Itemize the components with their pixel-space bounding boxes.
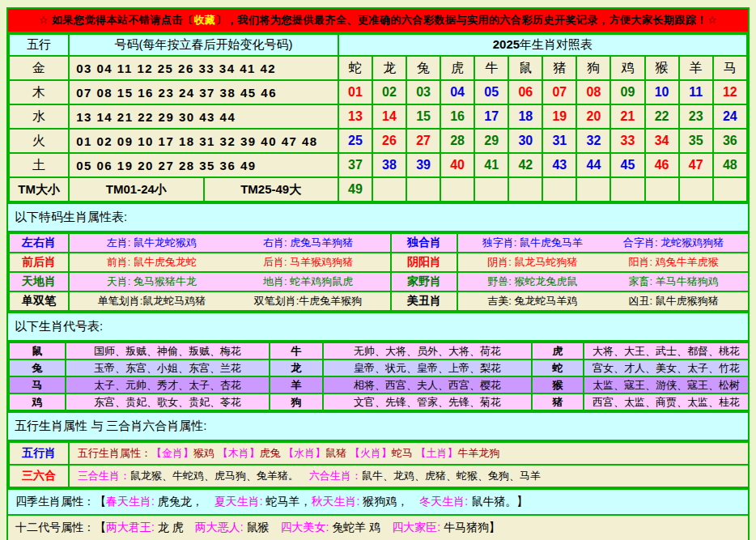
element-label: 火: [9, 129, 69, 153]
attr-part: 野兽: 猴蛇龙兔虎鼠: [462, 274, 603, 289]
attr-row-label: 天地肖: [9, 272, 69, 291]
text-segment: 四大美女:: [280, 521, 332, 534]
attr-part: 后肖: 马羊猴鸡狗猪: [230, 255, 386, 270]
zodiac-number-cell: 34: [645, 129, 679, 153]
zodiac-name-cell: 鸡: [610, 56, 644, 80]
text-segment: 【水肖】: [283, 447, 325, 459]
zodiac-number-cell: 47: [679, 153, 713, 177]
zodiac-number-cell: 29: [474, 129, 508, 153]
text-segment: 三合生肖：: [78, 470, 130, 482]
element-label: 金: [9, 56, 69, 80]
wuxing-row-content: 五行生肖属性：【金肖】猴鸡 【木肖】虎兔 【水肖】鼠猪 【火肖】蛇马 【土肖】牛…: [69, 442, 749, 465]
codes-aliases: 国师、叛贼、神偷、叛贼、梅花: [66, 342, 270, 359]
tm-small-range: TM01-24小: [69, 177, 203, 202]
zodiac-number-cell: 31: [542, 129, 576, 153]
attr-part: 凶丑: 鼠牛虎猴狗猪: [603, 294, 744, 308]
zodiac-number-cell: 45: [610, 153, 644, 177]
text-segment: 牛羊龙狗: [458, 447, 500, 459]
zodiac-main-table: 五行号码(每年按立春后开始变化号码)2025年生肖对照表金03 04 11 12…: [8, 33, 748, 202]
attr-row: 左右肖左肖: 鼠牛龙蛇猴鸡右肖: 虎兔马羊狗猪独合肖独字肖: 鼠牛虎兔马羊合字肖…: [9, 233, 749, 253]
wuxing-sanhe-table: 五行肖五行生肖属性：【金肖】猴鸡 【木肖】虎兔 【水肖】鼠猪 【火肖】蛇马 【土…: [8, 441, 750, 488]
codes-aliases: 皇帝、状元、皇帝、上帝、梨花: [323, 359, 532, 376]
zodiac-name-cell: 狗: [576, 56, 610, 80]
zodiac-name-cell: 牛: [474, 56, 508, 80]
codes-animal-label: 牛: [270, 342, 323, 359]
attr-row: 单双笔单笔划肖:鼠龙蛇马鸡猪双笔划肖:牛虎兔羊猴狗美丑肖吉美: 兔龙蛇马羊鸡凶丑…: [9, 291, 749, 311]
attr-row-label: 左右肖: [9, 233, 69, 253]
wuxing-row-label: 三六合: [9, 465, 69, 487]
season-attributes-row: 四季生肖属性：【春天生肖: 虎兔龙， 夏天生肖: 蛇马羊，秋天生肖: 猴狗鸡， …: [8, 488, 748, 514]
codes-animal-label: 兔: [9, 359, 66, 376]
attr-row-content-left: 天肖: 兔马猴猪牛龙地肖: 蛇羊鸡狗鼠虎: [69, 272, 391, 291]
text-segment: 【土肖】: [416, 447, 458, 459]
zodiac-number-cell: 14: [372, 104, 406, 129]
attr-table-body: 左右肖左肖: 鼠牛龙蛇猴鸡右肖: 虎兔马羊狗猪独合肖独字肖: 鼠牛虎兔马羊合字肖…: [9, 233, 749, 311]
text-segment: 鼠龙猴、牛蛇鸡、虎马狗、兔羊猪。: [130, 470, 309, 482]
zodiac-number-cell: 36: [713, 129, 747, 153]
attr-row: 前后肖前肖: 鼠牛虎兔龙蛇后肖: 马羊猴鸡狗猪阴阳肖阴肖: 鼠龙马蛇狗猪阳肖: …: [9, 253, 749, 272]
text-segment: 兔蛇羊 鸡: [332, 521, 392, 534]
codes-animal-label: 羊: [270, 376, 323, 393]
attr-row: 天地肖天肖: 兔马猴猪牛龙地肖: 蛇羊鸡狗鼠虎家野肖野兽: 猴蛇龙兔虎鼠家畜: …: [9, 272, 749, 291]
codes-aliases: 太子、元帅、秀才、太子、杏花: [66, 376, 270, 393]
empty-cell: [372, 177, 406, 202]
content-frame: ☆ 如果您觉得本站不错请点击〔收藏〕，我们将为您提供最齐全、更准确的六合彩数据与…: [6, 7, 750, 540]
section-title-codes: 以下生肖代号表:: [8, 312, 748, 342]
element-numbers: 03 04 11 12 25 26 33 34 41 42: [69, 56, 338, 80]
codes-animal-label: 虎: [532, 342, 584, 359]
codes-row: 马太子、元帅、秀才、太子、杏花羊相将、西宫、夫人、西宫、樱花猴太监、寇王、游侠、…: [9, 376, 749, 393]
zodiac-number-cell: 03: [406, 80, 440, 104]
zodiac-number-cell: 18: [508, 104, 542, 129]
element-numbers: 13 14 21 22 29 30 43 44: [69, 104, 338, 129]
text-segment: 十二代号属性：【: [15, 521, 106, 534]
zodiac-codes-table: 鼠国师、叛贼、神偷、叛贼、梅花牛无帅、大将、员外、大将、荷花虎大将、大王、武士、…: [8, 342, 750, 411]
element-numbers: 05 06 19 20 27 28 35 36 49: [69, 153, 338, 177]
empty-cell: [645, 177, 679, 202]
bookmark-link[interactable]: 收藏: [194, 14, 216, 26]
text-segment: 秋天生肖:: [312, 495, 363, 508]
daihao-attributes-row: 十二代号属性：【两大君王: 龙 虎 两大恶人: 鼠猴 四大美女: 兔蛇羊 鸡 四…: [8, 514, 748, 540]
attr-part: 左肖: 鼠牛龙蛇猴鸡: [74, 236, 230, 250]
zodiac-name-cell: 马: [713, 56, 747, 80]
attr-row-label2: 阴阳肖: [391, 253, 457, 272]
zodiac-number-cell: 21: [610, 104, 644, 129]
codes-aliases: 相将、西宫、夫人、西宫、樱花: [323, 376, 532, 393]
codes-row: 鼠国师、叛贼、神偷、叛贼、梅花牛无帅、大将、员外、大将、荷花虎大将、大王、武士、…: [9, 342, 749, 359]
zodiac-number-cell: 06: [508, 80, 542, 104]
empty-cell: [610, 177, 644, 202]
element-label: 木: [9, 80, 69, 104]
main-header-numbers: 号码(每年按立春后开始变化号码): [69, 34, 338, 56]
codes-animal-label: 猪: [532, 393, 584, 410]
zodiac-number-cell: 42: [508, 153, 542, 177]
attr-part: 合字肖: 龙蛇猴鸡狗猪: [603, 236, 744, 250]
empty-cell: [406, 177, 440, 202]
codes-animal-label: 马: [9, 376, 66, 393]
zodiac-number-cell: 44: [576, 153, 610, 177]
element-label: 土: [9, 153, 69, 177]
zodiac-number-cell: 19: [542, 104, 576, 129]
zodiac-number-cell: 12: [713, 80, 747, 104]
attr-part: 吉美: 兔龙蛇马羊鸡: [462, 294, 603, 308]
zodiac-number-cell: 20: [576, 104, 610, 129]
zodiac-number-cell: 37: [338, 153, 372, 177]
text-segment: 五行生肖属性：: [78, 447, 151, 459]
empty-cell: [576, 177, 610, 202]
zodiac-number-cell: 15: [406, 104, 440, 129]
zodiac-number-cell: 46: [645, 153, 679, 177]
empty-cell: [713, 177, 747, 202]
main-table-row: 水13 14 21 22 29 30 43 441314151617181920…: [9, 104, 747, 129]
attr-row-content-right: 吉美: 兔龙蛇马羊鸡凶丑: 鼠牛虎猴狗猪: [457, 291, 749, 311]
attr-row-content-left: 前肖: 鼠牛虎兔龙蛇后肖: 马羊猴鸡狗猪: [69, 253, 391, 272]
zodiac-name-cell: 虎: [440, 56, 474, 80]
zodiac-number-cell: 27: [406, 129, 440, 153]
text-segment: 四大家臣:: [392, 521, 444, 534]
attr-row-label2: 美丑肖: [391, 291, 457, 311]
text-segment: 冬天生肖:: [419, 495, 471, 508]
zodiac-name-cell: 猴: [645, 56, 679, 80]
zodiac-name-cell: 猪: [542, 56, 576, 80]
text-segment: 鼠猴: [246, 521, 280, 534]
text-segment: 鼠猪: [325, 447, 350, 459]
empty-cell: [542, 177, 576, 202]
tm-size-label: TM大小: [9, 177, 69, 202]
zodiac-number-cell: 33: [610, 129, 644, 153]
